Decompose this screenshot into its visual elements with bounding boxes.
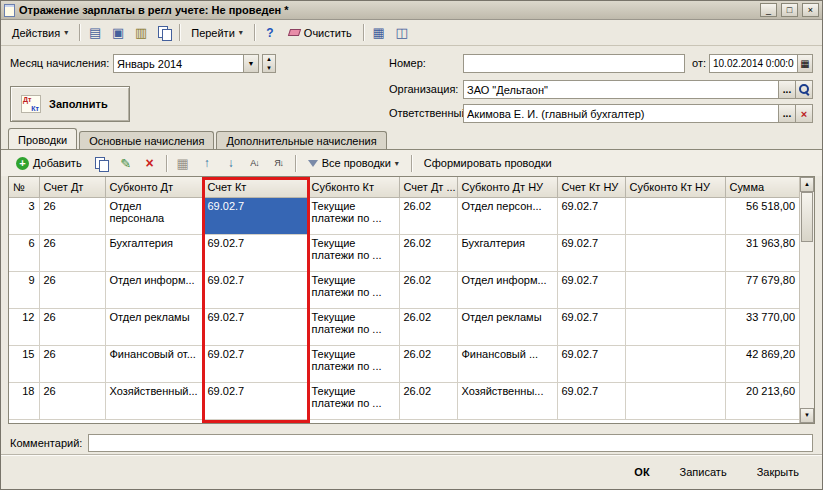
generate-postings-button[interactable]: Сформировать проводки	[417, 153, 559, 174]
cell-account-kt[interactable]: 69.02.7	[203, 382, 307, 419]
cell-subconto-dt[interactable]: Отдел персонала	[105, 197, 203, 234]
organization-select-button[interactable]: ...	[779, 80, 796, 99]
help-button[interactable]: ?	[259, 22, 281, 43]
column-header-account-kt-nu[interactable]: Счет Кт НУ	[557, 177, 625, 197]
cell-subconto-dt-nu[interactable]: Отдел персон...	[457, 197, 557, 234]
sort-descending-button[interactable]: Я↓	[268, 153, 290, 174]
cell-subconto-dt-nu[interactable]: Финансовый ...	[457, 345, 557, 382]
number-input[interactable]	[463, 54, 685, 73]
cell-subconto-kt[interactable]: Текущие платежи по ...	[307, 382, 399, 419]
responsible-select-button[interactable]: ...	[779, 104, 796, 123]
tab-additional-accruals[interactable]: Дополнительные начисления	[216, 131, 386, 149]
close-button[interactable]: ×	[802, 3, 819, 17]
cell-subconto-kt-nu[interactable]	[625, 308, 725, 345]
columns-settings-button[interactable]: ◫	[391, 22, 413, 43]
cell-account-kt-nu[interactable]: 69.02.7	[557, 271, 625, 308]
cell-account-dt-nu[interactable]: 26.02	[399, 197, 457, 234]
copy-row-button[interactable]	[91, 153, 113, 174]
cell-subconto-kt-nu[interactable]	[625, 345, 725, 382]
cell-amount[interactable]: 33 770,00	[725, 308, 800, 345]
column-header-subconto-dt-nu[interactable]: Субконто Дт НУ	[457, 177, 557, 197]
cell-subconto-kt[interactable]: Текущие платежи по ...	[307, 308, 399, 345]
cell-subconto-dt-nu[interactable]: Отдел информ...	[457, 271, 557, 308]
organization-input[interactable]	[463, 80, 779, 99]
move-up-button[interactable]: ↑	[196, 153, 218, 174]
tab-postings[interactable]: Проводки	[8, 128, 77, 149]
cell-subconto-kt-nu[interactable]	[625, 271, 725, 308]
move-down-button[interactable]: ↓	[220, 153, 242, 174]
edit-row-button[interactable]: ✎	[115, 153, 137, 174]
scrollbar-track[interactable]	[800, 242, 814, 408]
cell-account-dt-nu[interactable]: 26.02	[399, 308, 457, 345]
delete-row-button[interactable]: ×	[139, 153, 161, 174]
organization-open-button[interactable]	[796, 80, 813, 99]
scrollbar-thumb[interactable]	[801, 192, 813, 242]
table-row[interactable]: 15 26 Финансовый от... 69.02.7 Текущие п…	[9, 345, 800, 382]
cell-account-dt[interactable]: 26	[39, 308, 105, 345]
spin-up-icon[interactable]: ▲	[263, 55, 275, 64]
fill-button[interactable]: Дт Кт Заполнить	[10, 86, 130, 122]
cell-account-dt-nu[interactable]: 26.02	[399, 234, 457, 271]
cell-subconto-dt-nu[interactable]: Хозяйственны...	[457, 382, 557, 419]
vertical-scrollbar[interactable]: ▲ ▼	[799, 177, 814, 423]
copy-document-button[interactable]	[153, 22, 175, 43]
cell-amount[interactable]: 56 518,00	[725, 197, 800, 234]
cell-account-dt[interactable]: 26	[39, 197, 105, 234]
table-row[interactable]: 12 26 Отдел рекламы 69.02.7 Текущие плат…	[9, 308, 800, 345]
cell-subconto-dt[interactable]: Финансовый от...	[105, 345, 203, 382]
date-input[interactable]	[709, 54, 798, 73]
cell-amount[interactable]: 20 213,60	[725, 382, 800, 419]
cell-account-kt[interactable]: 69.02.7	[203, 234, 307, 271]
cell-subconto-kt[interactable]: Текущие платежи по ...	[307, 345, 399, 382]
cell-amount[interactable]: 31 963,80	[725, 234, 800, 271]
tab-main-accruals[interactable]: Основные начисления	[79, 131, 214, 149]
cell-account-kt-nu[interactable]: 69.02.7	[557, 345, 625, 382]
table-row[interactable]: 9 26 Отдел информ... 69.02.7 Текущие пла…	[9, 271, 800, 308]
cell-subconto-kt[interactable]: Текущие платежи по ...	[307, 197, 399, 234]
cell-subconto-kt-nu[interactable]	[625, 382, 725, 419]
close-window-button[interactable]: Закрыть	[746, 462, 810, 482]
cell-account-dt[interactable]: 26	[39, 382, 105, 419]
cell-account-dt[interactable]: 26	[39, 345, 105, 382]
cell-account-kt-nu[interactable]: 69.02.7	[557, 234, 625, 271]
cell-account-kt-nu[interactable]: 69.02.7	[557, 197, 625, 234]
all-postings-button[interactable]: Все проводки ▾	[301, 153, 406, 174]
spin-down-icon[interactable]: ▼	[263, 64, 275, 73]
column-header-account-kt[interactable]: Счет Кт	[203, 177, 307, 197]
list-settings-button[interactable]: ▦	[368, 22, 390, 43]
cell-subconto-dt-nu[interactable]: Отдел рекламы	[457, 308, 557, 345]
actions-button[interactable]: Действия ▾	[5, 22, 75, 43]
preview-button[interactable]: ▣	[107, 22, 129, 43]
maximize-button[interactable]: □	[781, 3, 798, 17]
cell-account-kt[interactable]: 69.02.7	[203, 308, 307, 345]
write-button[interactable]: Записать	[669, 462, 738, 482]
column-header-account-dt[interactable]: Счет Дт	[39, 177, 105, 197]
cell-line-number[interactable]: 9	[9, 271, 39, 308]
cell-account-kt-nu[interactable]: 69.02.7	[557, 308, 625, 345]
cell-subconto-dt-nu[interactable]: Бухгалтерия	[457, 234, 557, 271]
scroll-up-button[interactable]: ▲	[800, 177, 814, 192]
table-row[interactable]: 18 26 Хозяйственный... 69.02.7 Текущие п…	[9, 382, 800, 419]
clear-button[interactable]: Очистить	[282, 22, 359, 43]
cell-account-kt-nu[interactable]: 69.02.7	[557, 382, 625, 419]
cell-line-number[interactable]: 6	[9, 234, 39, 271]
cell-subconto-dt[interactable]: Хозяйственный...	[105, 382, 203, 419]
set-interval-button[interactable]: ▦	[172, 153, 194, 174]
month-dropdown-button[interactable]: ▼	[244, 54, 259, 73]
cell-line-number[interactable]: 12	[9, 308, 39, 345]
column-header-number[interactable]: №	[9, 177, 39, 197]
cell-account-dt[interactable]: 26	[39, 271, 105, 308]
titlebar[interactable]: Отражение зарплаты в регл учете: Не пров…	[1, 1, 822, 20]
cell-account-dt-nu[interactable]: 26.02	[399, 382, 457, 419]
show-postings-button[interactable]: ▤	[84, 22, 106, 43]
scroll-down-button[interactable]: ▼	[800, 408, 814, 423]
table-row[interactable]: 3 26 Отдел персонала 69.02.7 Текущие пла…	[9, 197, 800, 234]
cell-account-kt[interactable]: 69.02.7	[203, 345, 307, 382]
column-header-amount[interactable]: Сумма	[725, 177, 800, 197]
month-input[interactable]	[113, 54, 244, 73]
cell-subconto-dt[interactable]: Бухгалтерия	[105, 234, 203, 271]
cell-account-dt-nu[interactable]: 26.02	[399, 345, 457, 382]
cell-line-number[interactable]: 15	[9, 345, 39, 382]
add-row-button[interactable]: + Добавить	[9, 153, 89, 174]
cell-subconto-kt[interactable]: Текущие платежи по ...	[307, 271, 399, 308]
